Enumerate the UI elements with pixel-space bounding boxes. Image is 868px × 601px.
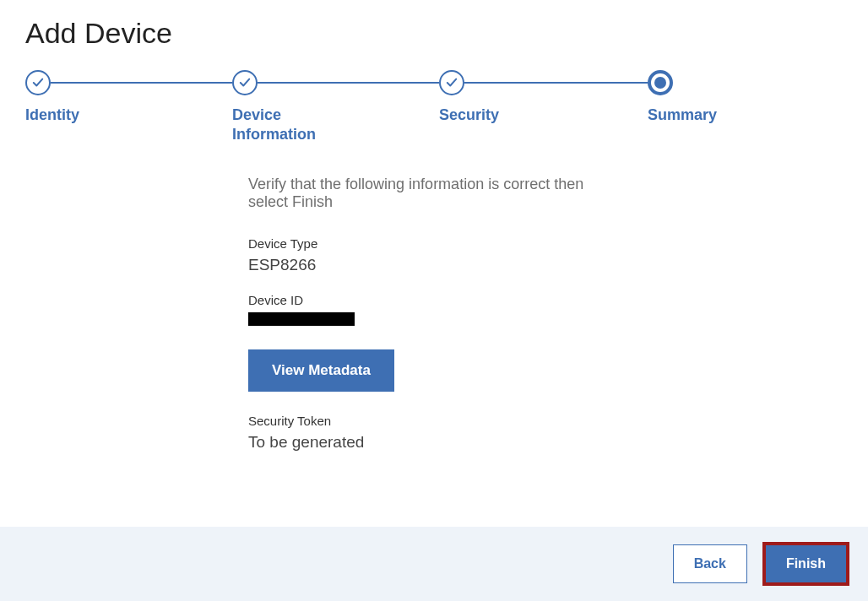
device-type-field: Device Type ESP8266	[248, 236, 591, 274]
device-id-value-redacted	[248, 312, 355, 326]
security-token-field: Security Token To be generated	[248, 414, 591, 452]
wizard-footer: Back Finish	[0, 527, 868, 601]
security-token-value: To be generated	[248, 433, 591, 452]
step-connector	[464, 82, 648, 84]
security-token-label: Security Token	[248, 414, 591, 428]
step-connector	[258, 82, 439, 84]
current-step-icon	[648, 70, 673, 95]
step-identity[interactable]: Identity	[25, 70, 232, 125]
step-device-information[interactable]: Device Information	[232, 70, 439, 145]
check-circle-icon	[25, 70, 51, 95]
device-type-value: ESP8266	[248, 256, 591, 274]
summary-content: Verify that the following information is…	[0, 145, 591, 452]
step-security[interactable]: Security	[439, 70, 648, 125]
step-summary[interactable]: Summary	[648, 70, 717, 125]
check-circle-icon	[232, 70, 258, 95]
page-title: Add Device	[0, 0, 868, 70]
finish-button[interactable]: Finish	[766, 545, 846, 582]
device-type-label: Device Type	[248, 236, 591, 251]
step-label: Security	[439, 106, 557, 125]
back-button[interactable]: Back	[673, 544, 747, 583]
instruction-text: Verify that the following information is…	[248, 176, 591, 211]
device-id-label: Device ID	[248, 293, 591, 307]
device-id-field: Device ID	[248, 293, 591, 326]
step-connector	[51, 82, 232, 84]
step-label: Identity	[25, 106, 144, 125]
check-circle-icon	[439, 70, 464, 95]
step-label: Device Information	[232, 106, 350, 145]
view-metadata-button[interactable]: View Metadata	[248, 349, 394, 392]
step-label: Summary	[648, 106, 717, 125]
finish-highlight: Finish	[762, 542, 849, 586]
stepper: Identity Device Information Security Sum…	[0, 70, 868, 145]
